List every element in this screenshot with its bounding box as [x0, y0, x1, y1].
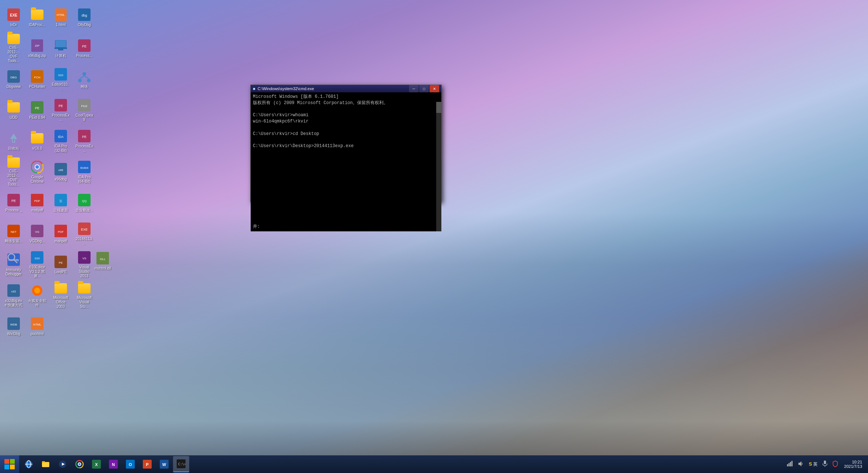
- idaproc-label: IDAProc...: [29, 23, 46, 27]
- desktop-icon-ollydbg[interactable]: dbg OllyDbg: [74, 3, 95, 32]
- tray-mic[interactable]: [821, 460, 829, 469]
- desktop-icon-pchunter[interactable]: PCH PCHunter: [27, 65, 48, 94]
- desktop-icon-network[interactable]: 网络: [74, 65, 95, 94]
- desktop-icon-010editor[interactable]: 010 010Editor V3.1.2 黑屏...: [27, 250, 48, 280]
- svg-text:EXE: EXE: [81, 228, 88, 231]
- taskbar-onenote[interactable]: N: [105, 456, 121, 472]
- taskbar-ie[interactable]: [21, 456, 37, 472]
- 1html-icon: HTML: [54, 8, 67, 21]
- process1-label: Process...: [76, 54, 92, 58]
- desktop-icon-cve2012b[interactable]: CVE-2012-... OVF Tools...: [3, 157, 24, 187]
- desktop-icon-x32dbg[interactable]: x32 x32dbg.exe 快速方式: [3, 281, 24, 310]
- network-icon: [78, 70, 91, 83]
- taskbar-word[interactable]: W: [156, 456, 172, 472]
- cooltypeall-icon: FILE: [78, 99, 91, 112]
- desktop-icon-clouddesktop[interactable]: 云 云端桌面: [50, 188, 71, 218]
- cmd-line-blank4: [253, 149, 439, 156]
- desktop-icon-cve2012[interactable]: CVE-2012-... OVF Tools...: [3, 34, 24, 63]
- svg-text:VG: VG: [35, 230, 39, 234]
- tray-network[interactable]: [785, 460, 795, 469]
- ixdr-icon: EXE: [7, 8, 20, 21]
- mshtmldll-label: mshtml.dll: [94, 266, 111, 271]
- desktop-icon-ixdr[interactable]: EXE IxDr: [3, 3, 24, 32]
- tray-security[interactable]: [831, 460, 840, 469]
- 010editor-label: 010Editor V3.1.2 黑屏...: [28, 265, 46, 278]
- svg-text:云: 云: [59, 199, 62, 203]
- desktop: EXE IxDr IDAProc... HTML 1.html dbg Olly…: [0, 0, 868, 473]
- desktop-icon-mahpdf[interactable]: PDF mahpdf: [50, 219, 71, 249]
- background-overlay: [0, 213, 868, 473]
- svg-text:x96: x96: [59, 168, 63, 172]
- desktop-icon-dbgview[interactable]: DBG Dbgview: [3, 65, 24, 94]
- desktop-icon-1html[interactable]: HTML 1.html: [50, 3, 71, 32]
- desktop-icon-processex2[interactable]: PE ProcessEx...: [74, 127, 95, 156]
- cmd-line-06: C:\Users\rkvir\Desktop>20144113exp.exe: [253, 143, 439, 149]
- cmd-content[interactable]: Microsoft Windows [版本 6.1.7601] 版权所有 (c)…: [251, 92, 441, 231]
- minimize-button[interactable]: ─: [409, 85, 419, 92]
- svg-line-22: [80, 76, 84, 79]
- windows-logo-yellow: [10, 465, 15, 469]
- taskbar-media[interactable]: [54, 456, 71, 472]
- taskbar-powerpoint[interactable]: P: [139, 456, 155, 472]
- svg-rect-105: [824, 460, 826, 464]
- windows-logo-green: [10, 459, 15, 464]
- desktop-icon-mshtmldll[interactable]: DLL mshtml.dll: [92, 250, 113, 272]
- desktop-icon-peid[interactable]: PE PEid 0.94: [27, 96, 48, 125]
- desktop-icon-20144113[interactable]: EXE 20144113...: [74, 219, 95, 249]
- desktop-icon-vgdbg[interactable]: VG VGDbg...: [27, 219, 48, 249]
- desktop-icon-recycle[interactable]: 回收站: [3, 127, 24, 156]
- desktop-icon-udd[interactable]: UDD: [3, 96, 24, 125]
- desktop-icon-processex1[interactable]: PE ProcessEx...: [50, 96, 71, 125]
- desktop-icon-idapro64[interactable]: IDA64 IDA Pro (64-Bit): [74, 157, 95, 187]
- desktop-icon-process1[interactable]: PE Process...: [74, 34, 95, 63]
- desktop-icon-msvs[interactable]: Microsoft Visual Stu...: [74, 281, 95, 310]
- desktop-icon-x96zip[interactable]: ZIP x96dbg.zip: [27, 34, 48, 63]
- cmd-scrollbar[interactable]: [436, 102, 441, 231]
- desktop-icon-x96dbg[interactable]: x96 x96dbg: [50, 157, 71, 187]
- taskbar-explorer[interactable]: [38, 456, 54, 472]
- tray-volume[interactable]: [796, 460, 806, 469]
- desktop-icon-qige[interactable]: QQ 企业鹅改...: [74, 188, 95, 218]
- desktop-icon-editor010[interactable]: 010 Editor010...: [50, 65, 71, 94]
- desktop-icon-poohtml[interactable]: HTML poohtml: [27, 312, 48, 341]
- taskbar-cmd[interactable]: C:\>_: [173, 456, 189, 472]
- cmd-window[interactable]: ■ C:\Windows\system32\cmd.exe ─ □ ✕ Micr…: [250, 85, 442, 202]
- cmd-titlebar[interactable]: ■ C:\Windows\system32\cmd.exe ─ □ ✕: [251, 85, 441, 92]
- desktop-icon-search[interactable]: [2, 250, 23, 268]
- svg-text:IDA: IDA: [58, 135, 63, 139]
- svg-text:PE: PE: [82, 45, 87, 48]
- desktop-icon-computer[interactable]: 计算机: [50, 34, 71, 63]
- maximize-button[interactable]: □: [419, 85, 429, 92]
- desktop-icon-process-underscore[interactable]: PE Process _: [3, 188, 24, 218]
- cve2012-label: CVE-2012-... OVF Tools...: [4, 46, 23, 63]
- taskbar-chrome[interactable]: [71, 456, 88, 472]
- system-clock[interactable]: 10:21 2021/7/13: [841, 459, 865, 469]
- desktop-icon-mstlpdf[interactable]: PDF mstlpdf: [27, 188, 48, 218]
- ollydbg-label: OllyDbg: [78, 23, 91, 27]
- svg-point-19: [82, 72, 86, 76]
- dbgview-label: Dbgview: [7, 85, 21, 89]
- svg-text:W: W: [162, 462, 166, 467]
- desktop-icon-vc60[interactable]: VC6.0: [27, 127, 48, 156]
- svg-text:HTML: HTML: [33, 323, 41, 326]
- desktop-icon-wangluoanzhuang[interactable]: NET 网络安装...: [3, 219, 24, 249]
- tray-sogou[interactable]: S 英: [807, 460, 819, 468]
- desktop-icon-windbg[interactable]: WDB WinDbg: [3, 312, 24, 341]
- desktop-icon-idapro32[interactable]: IDA IDA Pro (32-Bit): [50, 127, 71, 156]
- cve2012b-icon: [7, 157, 20, 168]
- desktop-icon-firefoxx[interactable]: 火狐安全软件: [27, 281, 48, 310]
- taskbar-outlook[interactable]: O: [122, 456, 138, 472]
- desktop-icon-cooltypeall[interactable]: FILE CoolTypeall: [74, 96, 95, 125]
- desktop-icon-office2003[interactable]: Microsoft Office 2003: [50, 281, 71, 310]
- idapro32-label: IDA Pro (32-Bit): [52, 144, 70, 153]
- desktop-icon-chrome[interactable]: Google Chrome: [27, 157, 48, 187]
- editor010-icon: 010: [54, 68, 67, 81]
- start-button[interactable]: [0, 455, 19, 473]
- close-button[interactable]: ✕: [430, 85, 439, 92]
- svg-text:PE: PE: [82, 135, 87, 139]
- desktop-icon-idaproc[interactable]: IDAProc...: [27, 3, 48, 32]
- svg-text:ZIP: ZIP: [35, 44, 39, 47]
- taskbar-excel[interactable]: X: [88, 456, 105, 472]
- desktop-icon-lordpe[interactable]: PE LordPE: [50, 250, 71, 280]
- svg-text:PDF: PDF: [58, 230, 64, 234]
